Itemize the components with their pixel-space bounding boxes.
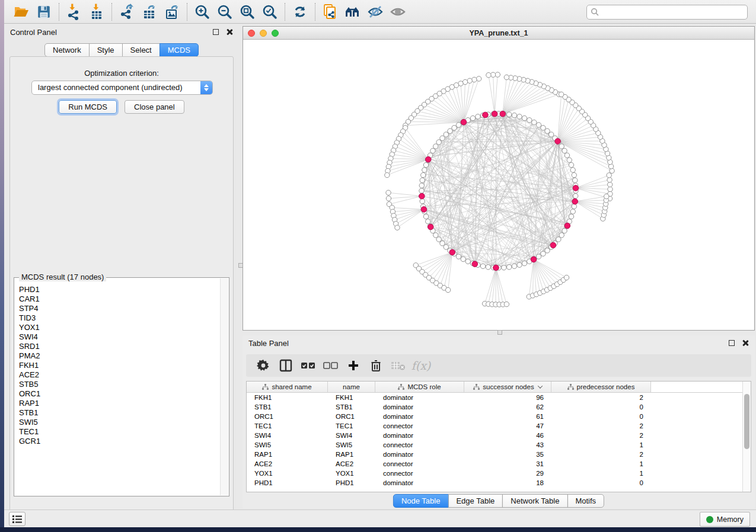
tab-mcds[interactable]: MCDS [160, 43, 199, 57]
network-hub-node[interactable] [550, 242, 556, 248]
mcds-result-item[interactable]: STB5 [15, 380, 219, 389]
network-node[interactable] [536, 254, 541, 259]
network-node[interactable] [470, 116, 475, 120]
network-node[interactable] [517, 262, 522, 267]
tab-network-table[interactable]: Network Table [502, 494, 567, 508]
network-node[interactable] [448, 129, 452, 133]
network-node[interactable] [504, 302, 509, 306]
splitter-handle[interactable] [497, 330, 502, 335]
network-node[interactable] [420, 178, 425, 182]
network-node[interactable] [541, 126, 546, 130]
network-node[interactable] [545, 248, 550, 253]
network-node[interactable] [430, 148, 435, 153]
export-network-icon[interactable] [116, 2, 138, 22]
zoom-out-icon[interactable] [213, 2, 236, 22]
network-node[interactable] [433, 233, 438, 238]
table-row[interactable]: SWI5SWI5connector431 [247, 440, 742, 450]
hide-selected-icon[interactable] [364, 2, 387, 22]
add-column-icon[interactable] [342, 357, 365, 374]
network-node[interactable] [559, 144, 564, 149]
clone-network-icon[interactable] [319, 2, 342, 22]
network-node[interactable] [604, 194, 609, 198]
network-node[interactable] [607, 177, 612, 182]
close-panel-icon[interactable] [742, 339, 749, 347]
network-node[interactable] [436, 237, 441, 242]
column-header-name[interactable]: name [328, 382, 375, 393]
network-node[interactable] [532, 120, 537, 124]
function-builder-icon[interactable]: f(x) [410, 357, 432, 374]
network-node[interactable] [386, 196, 391, 201]
deselect-all-icon[interactable] [320, 357, 342, 374]
network-node[interactable] [522, 261, 527, 265]
network-node[interactable] [541, 251, 546, 256]
network-node[interactable] [440, 241, 445, 246]
network-node[interactable] [507, 265, 512, 270]
delete-table-icon[interactable] [387, 357, 410, 374]
network-hub-node[interactable] [449, 249, 455, 255]
network-node[interactable] [502, 265, 506, 270]
table-row[interactable]: ORC1ORC1dominator610 [247, 412, 742, 421]
network-node[interactable] [440, 136, 445, 140]
mcds-list-scrollbar[interactable] [220, 278, 228, 495]
network-node[interactable] [385, 172, 390, 177]
column-header-shared-name[interactable]: shared name [247, 382, 328, 393]
network-node[interactable] [495, 72, 500, 77]
tab-motifs[interactable]: Motifs [567, 494, 604, 508]
mcds-result-item[interactable]: ORC1 [15, 389, 219, 399]
network-hub-node[interactable] [461, 119, 467, 125]
search-box[interactable] [586, 5, 748, 20]
network-node[interactable] [461, 257, 465, 261]
table-row[interactable]: ACE2ACE2connector311 [247, 459, 742, 469]
network-node[interactable] [445, 287, 450, 292]
delete-column-icon[interactable] [365, 357, 387, 374]
network-node[interactable] [572, 204, 576, 209]
network-hub-node[interactable] [472, 261, 478, 267]
network-hub-node[interactable] [564, 223, 570, 229]
mcds-result-item[interactable]: ACE2 [15, 370, 219, 380]
network-node[interactable] [569, 162, 573, 167]
network-node[interactable] [522, 116, 527, 120]
network-node[interactable] [512, 264, 516, 268]
network-node[interactable] [419, 188, 424, 193]
table-row[interactable]: RAP1RAP1dominator352 [247, 450, 742, 459]
network-node[interactable] [452, 126, 457, 130]
network-node[interactable] [573, 178, 578, 182]
network-node[interactable] [456, 254, 461, 259]
mcds-result-item[interactable]: CAR1 [15, 294, 219, 304]
network-hub-node[interactable] [428, 224, 433, 230]
network-node[interactable] [562, 148, 567, 153]
mcds-result-item[interactable]: TID3 [15, 313, 219, 323]
network-node[interactable] [549, 132, 554, 137]
network-node[interactable] [419, 183, 424, 188]
column-header-mcds-role[interactable]: MCDS role [375, 382, 464, 393]
table-settings-icon[interactable] [252, 357, 275, 374]
zoom-fit-icon[interactable] [236, 2, 259, 22]
mcds-result-item[interactable]: STP4 [15, 304, 219, 313]
network-window-titlebar[interactable]: YPA_prune.txt_1 [243, 27, 754, 40]
search-input[interactable] [599, 8, 744, 17]
select-all-icon[interactable] [297, 357, 320, 374]
network-node[interactable] [608, 182, 613, 187]
network-node[interactable] [433, 144, 438, 149]
network-node[interactable] [573, 194, 578, 198]
network-hub-node[interactable] [492, 111, 497, 117]
scrollbar-thumb[interactable] [744, 394, 749, 449]
mcds-result-item[interactable]: GCR1 [15, 437, 219, 446]
network-node[interactable] [517, 114, 522, 119]
import-table-icon[interactable] [85, 2, 108, 22]
close-panel-button[interactable]: Close panel [125, 100, 184, 114]
mcds-result-item[interactable]: RAP1 [15, 399, 219, 408]
network-node[interactable] [490, 72, 495, 77]
column-header-successor-nodes[interactable]: successor nodes [464, 382, 551, 393]
float-panel-icon[interactable] [729, 340, 735, 346]
network-node[interactable] [527, 118, 532, 123]
network-node[interactable] [476, 114, 480, 119]
mcds-result-item[interactable]: STB1 [15, 408, 219, 418]
network-node[interactable] [467, 78, 472, 83]
zoom-in-icon[interactable] [191, 2, 213, 22]
network-node[interactable] [504, 75, 509, 79]
tab-node-table[interactable]: Node Table [393, 494, 449, 508]
network-node[interactable] [423, 162, 428, 167]
mcds-result-item[interactable]: SRD1 [15, 342, 219, 351]
zoom-selected-icon[interactable] [259, 2, 281, 22]
